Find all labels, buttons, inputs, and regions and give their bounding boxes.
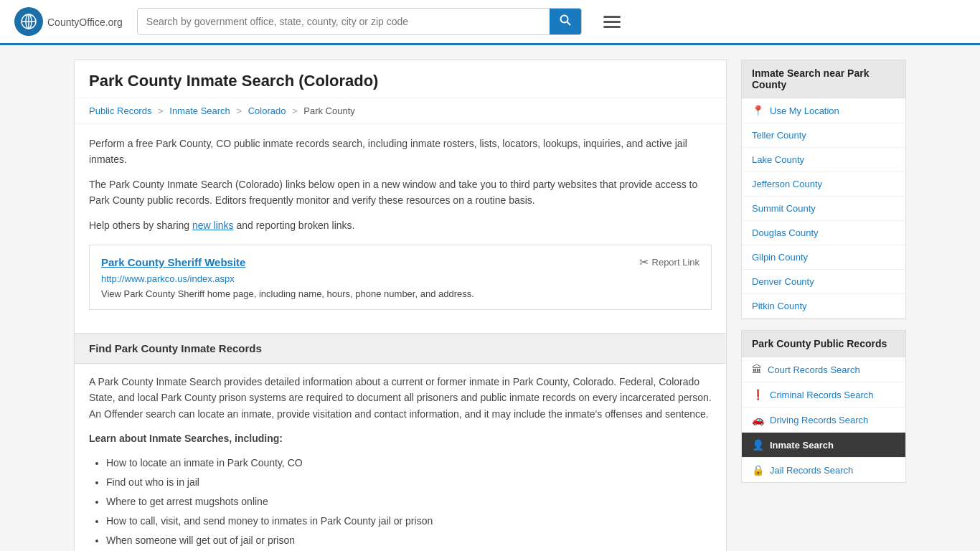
intro-3-prefix: Help others by sharing — [89, 220, 192, 231]
pr-link-anchor-0[interactable]: 🏛 Court Records Search — [742, 357, 905, 382]
logo-icon — [14, 7, 43, 36]
breadcrumb-sep-3: > — [292, 105, 298, 116]
breadcrumb-public-records[interactable]: Public Records — [89, 105, 151, 116]
bullet-1: How to locate an inmate in Park County, … — [106, 456, 712, 471]
svg-line-5 — [567, 22, 570, 26]
report-link-label: Report Link — [652, 257, 699, 268]
new-links-link[interactable]: new links — [192, 220, 234, 231]
global-search-bar — [137, 8, 582, 35]
pr-label-1: Criminal Records Search — [770, 390, 874, 400]
breadcrumb-inmate-search[interactable]: Inmate Search — [169, 105, 230, 116]
nearby-county-label-4: Douglas County — [752, 227, 819, 238]
intro-para-1: Perform a free Park County, CO public in… — [89, 136, 712, 168]
resource-card: Park County Sheriff Website ✂ Report Lin… — [89, 245, 712, 310]
breadcrumb-current: Park County — [303, 105, 355, 116]
pr-icon-1: ❗ — [752, 389, 764, 400]
report-link-button[interactable]: ✂ Report Link — [639, 255, 699, 269]
breadcrumb-colorado[interactable]: Colorado — [248, 105, 286, 116]
nearby-county-6[interactable]: Denver County — [742, 270, 905, 294]
learn-label: Learn about Inmate Searches, including: — [89, 430, 712, 446]
nearby-county-label-5: Gilpin County — [752, 252, 808, 263]
learn-bullets: How to locate an inmate in Park County, … — [89, 456, 712, 548]
bullet-2: Find out who is in jail — [106, 475, 712, 490]
nearby-county-link-0[interactable]: Teller County — [742, 123, 905, 147]
find-records-header: Find Park County Inmate Records — [75, 333, 726, 364]
nearby-county-label-7: Pitkin County — [752, 301, 807, 311]
nearby-county-label-3: Summit County — [752, 203, 816, 214]
nearby-county-0[interactable]: Teller County — [742, 123, 905, 148]
pr-link-anchor-2[interactable]: 🚗 Driving Records Search — [742, 408, 905, 432]
use-location-item[interactable]: 📍 Use My Location — [742, 98, 905, 123]
site-header: CountyOffice.org — [0, 0, 980, 45]
location-icon: 📍 — [752, 105, 764, 116]
pr-link-4[interactable]: 🔒 Jail Records Search — [742, 458, 905, 482]
nearby-county-link-2[interactable]: Jefferson County — [742, 172, 905, 196]
pr-link-anchor-1[interactable]: ❗ Criminal Records Search — [742, 382, 905, 407]
intro-para-2: The Park County Inmate Search (Colorado)… — [89, 176, 712, 209]
breadcrumb-sep-1: > — [158, 105, 164, 116]
nearby-county-label-6: Denver County — [752, 276, 814, 287]
nearby-county-link-7[interactable]: Pitkin County — [742, 294, 905, 318]
search-button[interactable] — [550, 9, 581, 34]
main-container: Park County Inmate Search (Colorado) Pub… — [60, 45, 920, 551]
nearby-county-label-1: Lake County — [752, 154, 804, 165]
use-location-link[interactable]: 📍 Use My Location — [742, 98, 905, 123]
pr-label-3: Inmate Search — [770, 440, 834, 451]
public-records-box: Park County Public Records 🏛 Court Recor… — [741, 330, 906, 483]
logo-label: CountyOffice.org — [47, 14, 123, 29]
pr-label-0: Court Records Search — [768, 364, 860, 375]
pr-link-2[interactable]: 🚗 Driving Records Search — [742, 408, 905, 433]
nearby-county-3[interactable]: Summit County — [742, 197, 905, 221]
nearby-box: Inmate Search near Park County 📍 Use My … — [741, 60, 906, 319]
resource-url[interactable]: http://www.parkco.us/index.aspx — [101, 273, 699, 284]
pr-link-0[interactable]: 🏛 Court Records Search — [742, 357, 905, 382]
breadcrumb-sep-2: > — [236, 105, 242, 116]
nearby-county-link-6[interactable]: Denver County — [742, 270, 905, 293]
nearby-county-link-3[interactable]: Summit County — [742, 197, 905, 220]
pr-icon-3: 👤 — [752, 439, 764, 451]
use-location-label: Use My Location — [770, 105, 839, 116]
nearby-county-7[interactable]: Pitkin County — [742, 294, 905, 318]
pr-icon-2: 🚗 — [752, 414, 764, 425]
pr-label-2: Driving Records Search — [770, 415, 868, 425]
resource-card-header: Park County Sheriff Website ✂ Report Lin… — [101, 255, 699, 269]
main-content-area: Park County Inmate Search (Colorado) Pub… — [74, 60, 727, 551]
sidebar: Inmate Search near Park County 📍 Use My … — [741, 60, 906, 551]
pr-link-anchor-4[interactable]: 🔒 Jail Records Search — [742, 458, 905, 482]
public-records-header: Park County Public Records — [742, 331, 905, 357]
public-records-list: 🏛 Court Records Search ❗ Criminal Record… — [742, 357, 905, 482]
pr-icon-4: 🔒 — [752, 464, 764, 476]
intro-3-suffix: and reporting broken links. — [234, 220, 355, 231]
page-title: Park County Inmate Search (Colorado) — [75, 60, 726, 98]
pr-link-3[interactable]: 👤 Inmate Search — [742, 433, 905, 458]
find-records-body: A Park County Inmate Search provides det… — [75, 364, 726, 551]
svg-point-4 — [560, 16, 567, 23]
pr-label-4: Jail Records Search — [770, 465, 853, 476]
nearby-county-label-0: Teller County — [752, 130, 806, 141]
breadcrumb: Public Records > Inmate Search > Colorad… — [75, 98, 726, 124]
search-input[interactable] — [138, 9, 550, 34]
nearby-county-link-1[interactable]: Lake County — [742, 148, 905, 171]
nearby-county-1[interactable]: Lake County — [742, 148, 905, 172]
intro-section: Perform a free Park County, CO public in… — [75, 124, 726, 333]
nearby-county-link-4[interactable]: Douglas County — [742, 221, 905, 245]
nearby-county-label-2: Jefferson County — [752, 179, 822, 189]
resource-title[interactable]: Park County Sheriff Website — [101, 256, 245, 268]
find-records-para: A Park County Inmate Search provides det… — [89, 374, 712, 422]
pr-link-1[interactable]: ❗ Criminal Records Search — [742, 382, 905, 408]
nearby-county-2[interactable]: Jefferson County — [742, 172, 905, 197]
intro-para-3: Help others by sharing new links and rep… — [89, 217, 712, 233]
nearby-header: Inmate Search near Park County — [742, 60, 905, 98]
nearby-county-4[interactable]: Douglas County — [742, 221, 905, 245]
report-icon: ✂ — [639, 255, 649, 269]
bullet-4: How to call, visit, and send money to in… — [106, 514, 712, 529]
bullet-3: Where to get arrest mugshots online — [106, 494, 712, 509]
pr-link-anchor-3[interactable]: 👤 Inmate Search — [742, 433, 905, 457]
nearby-county-link-5[interactable]: Gilpin County — [742, 245, 905, 269]
site-logo[interactable]: CountyOffice.org — [14, 7, 123, 36]
bullet-5: When someone will get out of jail or pri… — [106, 533, 712, 548]
hamburger-menu-button[interactable] — [603, 16, 621, 28]
nearby-list: 📍 Use My Location Teller County Lake Cou… — [742, 98, 905, 318]
nearby-county-5[interactable]: Gilpin County — [742, 245, 905, 270]
resource-description: View Park County Sheriff home page, incl… — [101, 288, 699, 299]
